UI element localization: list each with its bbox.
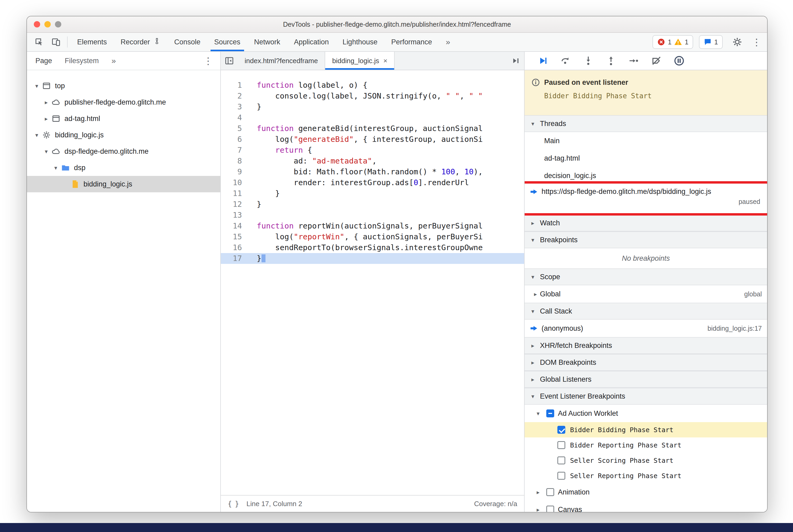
code-editor[interactable]: 1function log(label, o) {2 console.log(l… [221,70,524,495]
main-menu-kebab-icon[interactable]: ⋮ [752,37,761,48]
sidebar-tab-filesystem[interactable]: Filesystem [58,52,105,70]
code-line-13[interactable]: 13 [221,210,524,221]
pretty-print-button[interactable]: { } [228,500,239,508]
code-line-17[interactable]: 17} [221,253,524,264]
elb-item-bidder-bidding-phase-start[interactable]: Bidder Bidding Phase Start [525,422,767,437]
category-checkbox[interactable] [546,506,554,512]
code-line-5[interactable]: 5function generateBid(interestGroup, auc… [221,123,524,134]
scope-item-global[interactable]: ▸Globalglobal [525,285,767,303]
issues-button[interactable]: 1 [699,35,723,49]
breakpoint-checkbox[interactable] [558,456,565,464]
tree-item-ad-tag-html[interactable]: ▸ad-tag.html [27,110,220,127]
chevron-right-icon[interactable]: ▸ [534,506,543,512]
call-stack-frame[interactable]: (anonymous)bidding_logic.js:17 [525,320,767,337]
more-tabs-button[interactable]: » [439,33,457,51]
tab-application[interactable]: Application [287,33,336,51]
step-into-icon[interactable] [577,52,600,70]
code-line-2[interactable]: 2 console.log(label, JSON.stringify(o, "… [221,91,524,101]
xhr-breakpoints-section-header[interactable]: ▸ XHR/fetch Breakpoints [525,337,767,354]
tree-item-top[interactable]: ▾top [27,78,220,94]
thread-item-decision-logic-js[interactable]: decision_logic.js [525,167,767,184]
tab-elements[interactable]: Elements [70,33,114,51]
tab-network[interactable]: Network [247,33,287,51]
chevron-down-icon[interactable]: ▾ [32,132,41,138]
panel-toggle-icon[interactable] [507,52,524,70]
elb-item-seller-reporting-phase-start[interactable]: Seller Reporting Phase Start [525,468,767,483]
thread-item-ad-tag-html[interactable]: ad-tag.html [525,150,767,167]
code-text: function generateBid(interestGroup, auct… [249,123,483,134]
resume-icon[interactable] [531,52,554,70]
chevron-down-icon[interactable]: ▾ [534,410,543,417]
sidebar-tab-page[interactable]: Page [29,52,58,70]
code-line-8[interactable]: 8 ad: "ad-metadata", [221,156,524,166]
chevron-right-icon[interactable]: ▸ [534,489,543,496]
elb-item-bidder-reporting-phase-start[interactable]: Bidder Reporting Phase Start [525,437,767,453]
more-navigator-tabs-button[interactable]: » [105,56,122,65]
navigator-toggle-icon[interactable] [221,52,238,70]
breakpoint-checkbox[interactable] [558,472,565,480]
scope-section-header[interactable]: ▾ Scope [525,268,767,285]
breakpoints-section-header[interactable]: ▾ Breakpoints [525,231,767,248]
code-line-12[interactable]: 12} [221,199,524,210]
tab-performance[interactable]: Performance [384,33,439,51]
chevron-right-icon[interactable]: ▸ [42,115,51,122]
code-line-7[interactable]: 7 return { [221,145,524,156]
minimize-window-button[interactable] [44,21,51,27]
elb-category-canvas[interactable]: ▸Canvas [525,501,767,512]
call-stack-section-header[interactable]: ▾ Call Stack [525,303,767,320]
tree-item-bidding-logic-js[interactable]: bidding_logic.js [27,176,220,192]
threads-section-header[interactable]: ▾ Threads [525,115,767,132]
code-line-1[interactable]: 1function log(label, o) { [221,80,524,91]
device-toolbar-icon[interactable] [48,33,64,51]
tree-item-publisher-fledge-demo-glitch-me[interactable]: ▸publisher-fledge-demo.glitch.me [27,94,220,110]
code-line-11[interactable]: 11 } [221,188,524,199]
category-checkbox[interactable] [546,410,554,417]
dom-breakpoints-section-header[interactable]: ▸ DOM Breakpoints [525,354,767,371]
tree-item-dsp[interactable]: ▾dsp [27,159,220,176]
step-icon[interactable] [622,52,645,70]
thread-item-current[interactable]: https://dsp-fledge-demo.glitch.me/dsp/bi… [525,184,767,214]
pause-on-exceptions-icon[interactable] [668,52,691,70]
chevron-right-icon[interactable]: ▸ [531,291,540,298]
close-tab-icon[interactable]: × [383,57,387,65]
console-summary-button[interactable]: 1 1 [653,35,693,49]
breakpoint-checkbox[interactable] [558,426,565,434]
tab-lighthouse[interactable]: Lighthouse [336,33,384,51]
navigator-menu-kebab-icon[interactable]: ⋮ [198,55,218,66]
global-listeners-section-header[interactable]: ▸ Global Listeners [525,371,767,388]
tree-item-bidding-logic-js[interactable]: ▾bidding_logic.js [27,127,220,143]
chevron-right-icon[interactable]: ▸ [42,99,51,106]
watch-section-header[interactable]: ▸ Watch [525,214,767,231]
breakpoint-checkbox[interactable] [558,441,565,449]
deactivate-breakpoints-icon[interactable] [645,52,668,70]
elb-category-ad-auction-worklet[interactable]: ▾Ad Auction Worklet [525,405,767,422]
tab-console[interactable]: Console [168,33,207,51]
tab-recorder[interactable]: Recorder [114,33,168,51]
event-listener-breakpoints-section-header[interactable]: ▾ Event Listener Breakpoints [525,388,767,405]
code-line-14[interactable]: 14function reportWin(auctionSignals, per… [221,221,524,231]
tree-item-dsp-fledge-demo-glitch-me[interactable]: ▾dsp-fledge-demo.glitch.me [27,143,220,159]
chevron-down-icon[interactable]: ▾ [51,165,60,171]
elb-category-animation[interactable]: ▸Animation [525,483,767,501]
code-line-3[interactable]: 3} [221,101,524,112]
step-out-icon[interactable] [600,52,622,70]
code-line-6[interactable]: 6 log("generateBid", { interestGroup, au… [221,134,524,145]
category-checkbox[interactable] [546,488,554,496]
code-line-9[interactable]: 9 bid: Math.floor(Math.random() * 100, 1… [221,166,524,177]
chevron-down-icon[interactable]: ▾ [42,148,51,155]
thread-item-main[interactable]: Main [525,132,767,150]
tab-sources[interactable]: Sources [207,33,247,51]
editor-tab-index-html-fencedframe[interactable]: index.html?fencedframe [238,52,325,70]
code-line-15[interactable]: 15 log("reportWin", { auctionSignals, pe… [221,231,524,242]
editor-tab-bidding-logic-js[interactable]: bidding_logic.js× [325,52,395,70]
chevron-down-icon[interactable]: ▾ [32,83,41,89]
step-over-icon[interactable] [554,52,577,70]
code-line-16[interactable]: 16 sendReportTo(browserSignals.interestG… [221,242,524,253]
zoom-window-button[interactable] [55,21,61,27]
close-window-button[interactable] [34,21,40,27]
code-line-10[interactable]: 10 render: interestGroup.ads[0].renderUr… [221,177,524,188]
code-line-4[interactable]: 4 [221,112,524,123]
elb-item-seller-scoring-phase-start[interactable]: Seller Scoring Phase Start [525,453,767,468]
inspect-icon[interactable] [31,33,48,51]
settings-gear-icon[interactable] [729,37,746,47]
